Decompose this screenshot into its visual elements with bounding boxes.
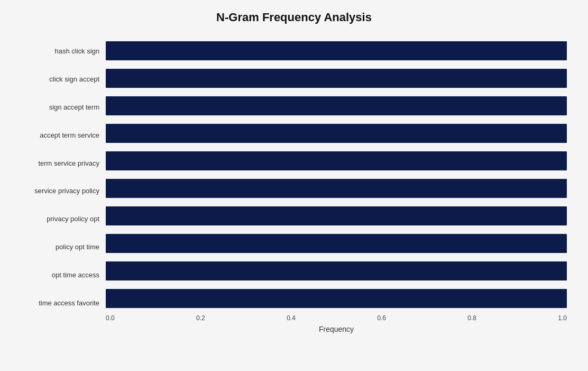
x-axis-label: Frequency [106, 325, 567, 333]
x-tick-4: 0.8 [467, 314, 476, 322]
chart-body: hash click signclick sign acceptsign acc… [21, 37, 567, 318]
bar-row-6 [106, 202, 567, 230]
y-label-6: privacy policy opt [47, 205, 99, 233]
chart-right: 0.00.20.40.60.81.0 Frequency [106, 37, 567, 318]
bar-7 [106, 234, 567, 253]
bar-row-9 [106, 285, 567, 312]
bar-5 [106, 179, 567, 198]
x-ticks: 0.00.20.40.60.81.0 [106, 314, 567, 322]
x-tick-2: 0.4 [287, 314, 296, 322]
bar-3 [106, 124, 567, 143]
y-axis: hash click signclick sign acceptsign acc… [21, 37, 106, 318]
bar-4 [106, 151, 567, 170]
bars-area [106, 37, 567, 312]
bar-6 [106, 206, 567, 225]
x-axis: 0.00.20.40.60.81.0 Frequency [106, 314, 567, 333]
chart-container: N-Gram Frequency Analysis hash click sig… [0, 0, 588, 371]
x-tick-3: 0.6 [377, 314, 386, 322]
bar-row-0 [106, 37, 567, 65]
x-tick-5: 1.0 [558, 314, 567, 322]
y-label-2: sign accept term [49, 93, 99, 121]
y-label-8: opt time access [52, 261, 99, 289]
bar-9 [106, 289, 567, 308]
chart-title: N-Gram Frequency Analysis [21, 11, 567, 24]
bar-1 [106, 69, 567, 88]
bar-row-3 [106, 120, 567, 147]
x-tick-0: 0.0 [106, 314, 115, 322]
bar-row-1 [106, 65, 567, 92]
bar-row-7 [106, 230, 567, 257]
bar-row-2 [106, 92, 567, 120]
y-label-7: policy opt time [56, 233, 99, 261]
bar-row-5 [106, 175, 567, 202]
bar-0 [106, 41, 567, 60]
bar-8 [106, 261, 567, 280]
bar-row-8 [106, 257, 567, 285]
bar-row-4 [106, 147, 567, 175]
y-label-3: accept term service [40, 121, 99, 149]
y-label-1: click sign accept [49, 65, 99, 93]
y-label-5: service privacy policy [34, 177, 99, 205]
y-label-4: term service privacy [38, 149, 99, 177]
y-label-0: hash click sign [54, 37, 99, 65]
x-tick-1: 0.2 [196, 314, 205, 322]
y-label-9: time access favorite [39, 289, 99, 316]
bar-2 [106, 96, 567, 115]
